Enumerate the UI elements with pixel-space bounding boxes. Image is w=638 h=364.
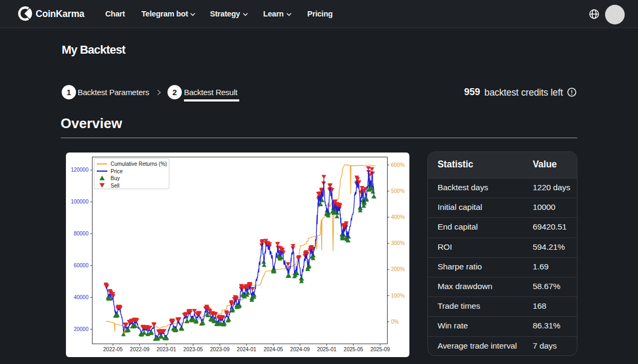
svg-text:2024-09: 2024-09 [290,346,310,352]
svg-text:Sell: Sell [111,183,120,189]
svg-text:100%: 100% [391,293,405,299]
svg-text:2025-05: 2025-05 [343,346,363,352]
svg-text:500%: 500% [391,188,405,194]
svg-text:120000: 120000 [71,167,89,173]
svg-text:400%: 400% [391,214,405,220]
svg-text:Cumulative Returns (%): Cumulative Returns (%) [111,161,167,167]
svg-text:20000: 20000 [74,326,89,332]
svg-text:60000: 60000 [74,263,89,268]
svg-text:2023-05: 2023-05 [183,346,203,352]
svg-text:Price: Price [111,168,123,174]
svg-text:200%: 200% [391,266,405,272]
svg-text:2022-09: 2022-09 [130,346,149,352]
svg-text:2023-09: 2023-09 [210,346,230,352]
svg-text:300%: 300% [391,240,405,246]
svg-text:100000: 100000 [71,199,89,205]
svg-text:80000: 80000 [74,231,89,236]
svg-text:2025-09: 2025-09 [371,346,390,352]
svg-text:2025-01: 2025-01 [317,346,337,352]
svg-text:40000: 40000 [74,294,89,300]
svg-text:2023-01: 2023-01 [157,346,177,352]
svg-text:0%: 0% [391,319,399,325]
svg-text:Buy: Buy [111,175,120,181]
svg-text:2022-05: 2022-05 [103,346,123,352]
svg-text:600%: 600% [391,162,405,168]
svg-text:2024-05: 2024-05 [264,346,283,352]
svg-text:2024-01: 2024-01 [237,346,256,352]
